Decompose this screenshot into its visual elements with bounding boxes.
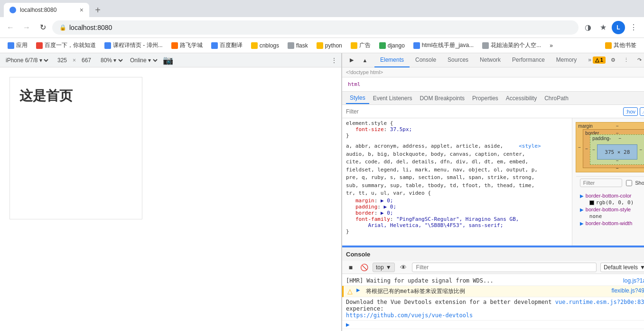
computed-prop-border-bottom-width[interactable]: ▶ border-bottom-width — [580, 220, 644, 226]
computed-prop-arrow-3[interactable]: ▶ — [580, 221, 584, 226]
devtools-overflow-icon[interactable]: ⋮ — [621, 55, 632, 66]
bookmark-cnblogs-label: cnblogs — [260, 42, 279, 49]
dom-html-element[interactable]: html — [348, 81, 361, 87]
main-area: iPhone 6/7/8 ▾ × 80% ▾ Online ▾ 📷 ⋮ 这是首页 — [0, 53, 644, 331]
style-tab-properties[interactable]: Properties — [468, 93, 502, 104]
zoom-select[interactable]: 80% ▾ — [99, 57, 124, 64]
style-tab-dom-breakpoints[interactable]: DOM Breakpoints — [416, 93, 468, 104]
bookmark-python[interactable]: python — [313, 41, 346, 50]
css-prop-name-font-size: font-size — [355, 126, 384, 132]
css-prop-name-border: border — [355, 210, 374, 216]
devtools-settings-icon[interactable]: ⚙ — [607, 55, 619, 66]
online-select[interactable]: Online ▾ — [128, 57, 159, 64]
bookmark-star-icon[interactable]: ★ — [597, 21, 610, 34]
bookmark-apps-icon — [8, 42, 14, 49]
console-vue-link[interactable]: vue.runtime.esm.js?2b0e:8323 — [555, 299, 644, 305]
more-bookmarks-btn[interactable]: » — [547, 41, 556, 50]
tab-sources[interactable]: Sources — [442, 53, 474, 67]
device-height-input[interactable] — [78, 57, 95, 64]
style-tab-event-listeners[interactable]: Event Listeners — [369, 93, 416, 104]
computed-prop-arrow-2[interactable]: ▶ — [580, 207, 584, 212]
back-button[interactable]: ← — [4, 21, 17, 34]
extensions-icon[interactable]: ◑ — [581, 21, 595, 34]
bookmark-cnblogs[interactable]: cnblogs — [247, 41, 283, 50]
style-tab-chropath[interactable]: ChroPath — [541, 93, 572, 104]
console-filter-icon[interactable]: 🚫 — [359, 263, 369, 272]
cls-btn[interactable]: .cls — [640, 107, 644, 116]
padding-left-val: − — [592, 147, 595, 152]
bookmark-apps[interactable]: 应用 — [4, 40, 31, 51]
other-bookmarks[interactable]: 其他书签 — [601, 40, 640, 51]
reload-button[interactable]: ↻ — [36, 21, 49, 34]
css-property-font-family[interactable]: font-family: "PingFangSC-Regular", Hirag… — [355, 216, 568, 228]
computed-filter-input[interactable] — [580, 179, 622, 187]
devtools-more-tabs[interactable]: » — [582, 53, 593, 67]
computed-prop-border-bottom-color[interactable]: ▶ border-bottom-color — [580, 193, 644, 199]
tab-network[interactable]: Network — [474, 53, 506, 67]
devtools-dock-icon[interactable]: ↷ — [634, 55, 644, 66]
browser-tab[interactable]: localhost:8080 × — [4, 3, 89, 17]
show-all-checkbox[interactable] — [626, 180, 632, 186]
profile-icon[interactable]: L — [612, 21, 625, 34]
bookmark-baidu[interactable]: 百度一下，你就知道 — [32, 40, 100, 51]
computed-prop-value-border-bottom-color: rgb(0, 0, 0) — [589, 199, 644, 206]
show-all-text: Show all — [635, 180, 644, 186]
styles-filter-input[interactable] — [346, 108, 621, 115]
console-warning-arrow[interactable]: ▶ — [356, 287, 360, 293]
computed-prop-border-bottom-style[interactable]: ▶ border-bottom-style — [580, 207, 644, 212]
new-tab-button[interactable]: + — [91, 3, 104, 17]
device-width-input[interactable] — [54, 57, 71, 64]
bookmark-translate-icon — [211, 42, 218, 49]
box-margin-label: margin — [578, 123, 593, 129]
console-level-select[interactable]: Default levels ▼ — [600, 263, 644, 272]
css-property-padding[interactable]: padding: ▶ 0; — [355, 204, 568, 210]
pseudo-cls-btn[interactable]: :hov — [623, 107, 638, 116]
device-more-icon[interactable]: ⋮ — [331, 57, 337, 64]
bookmark-flask-icon — [288, 42, 294, 49]
computed-prop-arrow-1[interactable]: ▶ — [580, 193, 584, 199]
bookmark-translate-label: 百度翻译 — [220, 41, 243, 49]
devtools-device-icon[interactable]: ▲ — [359, 55, 371, 66]
console-warning-link[interactable]: flexible.js?499a:13 — [611, 287, 644, 294]
tab-elements[interactable]: Elements — [374, 53, 410, 67]
camera-icon[interactable]: 📷 — [163, 55, 173, 66]
other-bookmarks-icon — [605, 42, 612, 49]
css-property-border[interactable]: border: ▶ 0; — [355, 210, 568, 216]
bookmark-lufei[interactable]: 路飞学城 — [168, 40, 206, 51]
console-content: [HMR] Waiting for update signal from WDS… — [342, 274, 644, 331]
devtools-inspect-icon[interactable]: ▶ — [346, 55, 357, 66]
bookmark-ads[interactable]: 广告 — [347, 40, 374, 51]
console-clear-icon[interactable]: ■ — [346, 263, 355, 272]
show-all-label[interactable]: Show all — [626, 180, 644, 186]
console-context-select[interactable]: top ▼ — [373, 263, 395, 272]
address-bar[interactable]: 🔒 localhost:8080 — [52, 20, 579, 35]
style-tab-styles[interactable]: Styles — [346, 93, 369, 104]
css-property-margin[interactable]: margin: ▶ 0; — [355, 198, 568, 204]
bookmark-huajie[interactable]: 花姐油菜的个人空... — [478, 40, 545, 51]
css-property-font-size[interactable]: font-size: 37.5px; — [355, 126, 568, 132]
tab-memory[interactable]: Memory — [551, 53, 582, 67]
console-eye-icon[interactable]: 👁 — [399, 263, 408, 272]
bookmark-html[interactable]: html在线手册_java... — [410, 40, 477, 51]
styles-right: margin − − − − − border − − − − — [572, 118, 644, 246]
styles-left: element.style { font-size: 37.5px; } a, … — [342, 118, 572, 246]
device-select[interactable]: iPhone 6/7/8 ▾ — [4, 57, 50, 64]
css-prop-name-font-family: font-family — [355, 216, 390, 222]
css-prop-value-font-size: 37.5px; — [390, 126, 412, 132]
bookmark-translate[interactable]: 百度翻译 — [207, 40, 246, 51]
bookmark-course[interactable]: 课程详情页 - 漳州... — [101, 40, 167, 51]
bookmark-django[interactable]: django — [375, 41, 409, 50]
console-filter-input[interactable] — [412, 263, 597, 272]
forward-button[interactable]: → — [20, 21, 33, 34]
tab-performance[interactable]: Performance — [506, 53, 551, 67]
console-vue-devtools-link[interactable]: https://github.com/vuejs/vue-devtools — [346, 312, 473, 319]
menu-icon[interactable]: ⋮ — [627, 21, 640, 34]
console-expand-arrow[interactable]: ▶ — [346, 322, 350, 327]
style-tab-accessibility[interactable]: Accessibility — [502, 93, 541, 104]
bookmark-flask[interactable]: flask — [284, 41, 312, 50]
tab-console[interactable]: Console — [410, 53, 442, 67]
tab-close-icon[interactable]: × — [80, 6, 84, 14]
devtools-panel: ▶ ▲ Elements Console Sources Network Per… — [342, 53, 644, 331]
bookmark-lufei-label: 路飞学城 — [180, 41, 203, 49]
console-hmr-link[interactable]: log.js?1afd:24 — [623, 277, 644, 284]
